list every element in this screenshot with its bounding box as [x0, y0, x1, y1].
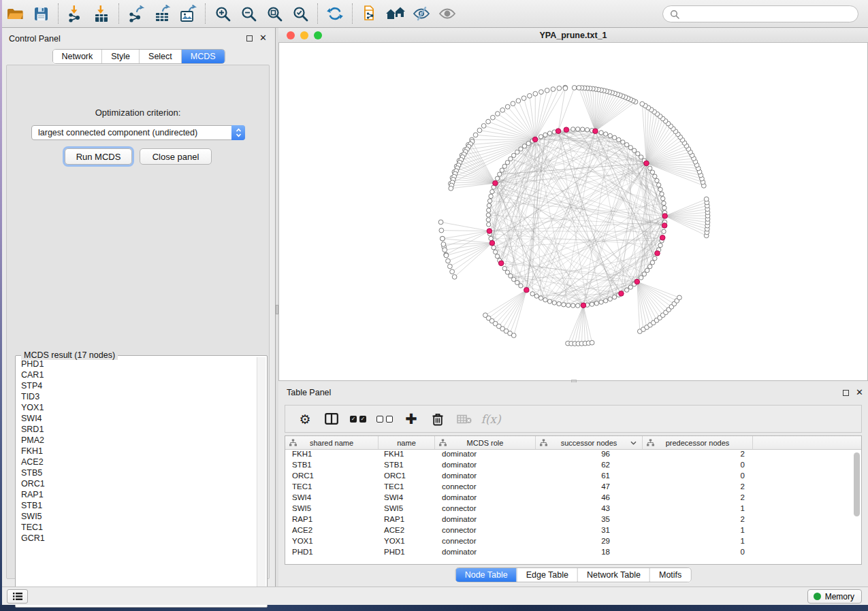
mcds-result-item[interactable]: SWI4: [17, 413, 256, 424]
network-node[interactable]: [650, 261, 654, 265]
network-node[interactable]: [477, 128, 482, 133]
column-header-shared-name[interactable]: shared name: [285, 436, 379, 449]
mcds-result-item[interactable]: STB5: [17, 467, 256, 478]
network-graph[interactable]: [279, 43, 867, 380]
network-node[interactable]: [522, 144, 526, 148]
search-input[interactable]: [684, 10, 851, 19]
network-node[interactable]: [557, 86, 562, 90]
mcds-list-scrollbar[interactable]: [257, 357, 266, 597]
network-node[interactable]: [495, 254, 499, 258]
table-row[interactable]: PHD1PHD1dominator180: [285, 548, 861, 559]
network-node[interactable]: [452, 275, 457, 280]
mcds-result-item[interactable]: SWI5: [17, 511, 256, 522]
network-node[interactable]: [486, 119, 491, 124]
network-node[interactable]: [612, 135, 616, 139]
network-node[interactable]: [552, 301, 556, 305]
network-node[interactable]: [608, 297, 612, 301]
network-node[interactable]: [572, 86, 577, 90]
optimization-criterion-select[interactable]: largest connected component (undirected): [31, 125, 245, 140]
mcds-result-item[interactable]: TEC1: [17, 522, 256, 533]
network-node[interactable]: [547, 299, 551, 303]
column-header-successor-nodes[interactable]: successor nodes: [536, 436, 643, 449]
network-node[interactable]: [492, 246, 496, 250]
network-node[interactable]: [658, 243, 662, 247]
network-node[interactable]: [539, 135, 543, 139]
table-row[interactable]: ORC1ORC1dominator610: [285, 472, 861, 482]
tab-mcds[interactable]: MCDS: [181, 50, 225, 63]
network-dominator-node[interactable]: [498, 261, 504, 266]
table-scrollbar-thumb[interactable]: [854, 452, 860, 516]
network-node[interactable]: [624, 143, 628, 147]
status-menu-button[interactable]: [7, 589, 28, 604]
network-node[interactable]: [519, 284, 523, 288]
network-node[interactable]: [632, 148, 636, 152]
network-node[interactable]: [576, 303, 580, 308]
tab-network-table[interactable]: Network Table: [577, 568, 649, 582]
tab-edge-table[interactable]: Edge Table: [517, 568, 577, 582]
network-node[interactable]: [539, 296, 543, 300]
refresh-button[interactable]: [322, 2, 348, 25]
network-node[interactable]: [473, 133, 478, 137]
network-node[interactable]: [533, 91, 538, 96]
network-dominator-node[interactable]: [493, 180, 498, 186]
network-dominator-node[interactable]: [489, 240, 495, 246]
network-node[interactable]: [563, 86, 568, 90]
run-mcds-button[interactable]: Run MCDS: [65, 148, 132, 165]
network-node[interactable]: [439, 228, 444, 233]
network-dominator-node[interactable]: [524, 287, 530, 293]
delete-table-button[interactable]: [454, 408, 475, 430]
network-node[interactable]: [516, 99, 521, 103]
network-node[interactable]: [545, 88, 549, 93]
network-node[interactable]: [577, 86, 581, 90]
mcds-result-item[interactable]: ORC1: [17, 478, 256, 489]
clone-network-button[interactable]: [357, 2, 383, 25]
network-node[interactable]: [608, 133, 612, 137]
column-header-MCDS-role[interactable]: MCDS role: [435, 436, 536, 449]
network-node[interactable]: [650, 170, 654, 174]
network-node[interactable]: [624, 288, 628, 292]
close-panel-icon[interactable]: ✕: [259, 33, 267, 43]
network-dominator-node[interactable]: [581, 303, 586, 308]
network-node[interactable]: [495, 176, 499, 180]
network-node[interactable]: [450, 269, 455, 274]
network-node[interactable]: [656, 183, 660, 187]
network-node[interactable]: [571, 303, 575, 308]
mcds-result-item[interactable]: FKH1: [17, 446, 256, 457]
show-hidden-button[interactable]: [434, 2, 460, 25]
network-node[interactable]: [604, 299, 608, 303]
network-node[interactable]: [495, 112, 500, 116]
network-node[interactable]: [628, 146, 632, 150]
network-node[interactable]: [662, 205, 666, 210]
export-network-button[interactable]: [123, 2, 149, 25]
network-node[interactable]: [493, 250, 497, 254]
show-all-button[interactable]: [383, 2, 408, 25]
network-node[interactable]: [486, 218, 490, 222]
network-node[interactable]: [487, 222, 491, 227]
network-node[interactable]: [639, 155, 643, 159]
network-node[interactable]: [447, 264, 452, 269]
network-node[interactable]: [534, 294, 539, 298]
network-node[interactable]: [487, 203, 491, 208]
network-node[interactable]: [509, 156, 513, 161]
network-node[interactable]: [653, 174, 657, 178]
tab-motifs[interactable]: Motifs: [649, 568, 690, 582]
zoom-in-button[interactable]: [210, 2, 236, 25]
network-node[interactable]: [648, 265, 652, 269]
mcds-result-item[interactable]: TID3: [17, 391, 256, 402]
network-node[interactable]: [444, 253, 449, 258]
network-dominator-node[interactable]: [662, 214, 668, 219]
network-node[interactable]: [490, 115, 495, 120]
network-node[interactable]: [505, 270, 509, 274]
network-node[interactable]: [636, 152, 640, 156]
network-node[interactable]: [662, 229, 666, 233]
network-canvas[interactable]: [278, 43, 868, 381]
column-header-name[interactable]: name: [379, 436, 435, 449]
import-table-button[interactable]: [89, 2, 114, 25]
mcds-result-item[interactable]: PMA2: [17, 435, 256, 446]
network-node[interactable]: [521, 96, 526, 101]
table-row[interactable]: TEC1TEC1connector472: [285, 482, 861, 493]
table-row[interactable]: FKH1FKH1dominator962: [285, 450, 861, 461]
export-image-button[interactable]: [175, 2, 201, 25]
network-node[interactable]: [511, 277, 515, 281]
open-session-button[interactable]: [2, 2, 28, 25]
